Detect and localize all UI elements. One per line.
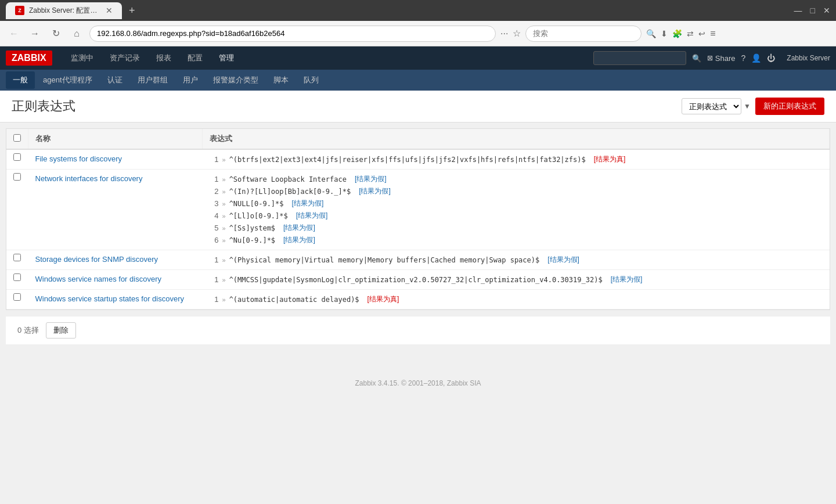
row-expression-cell: 1»^(btrfs|ext2|ext3|ext4|jfs|reiser|xfs|… xyxy=(203,149,830,170)
header-name: 名称 xyxy=(28,129,203,149)
share-button[interactable]: ⊠ Share xyxy=(707,54,736,63)
row-expression-cell: 1»^(Physical memory|Virtual memory|Memor… xyxy=(203,250,830,270)
table-footer: 0 选择 删除 xyxy=(6,316,830,344)
expression-arrow-icon: » xyxy=(222,188,226,195)
expression-code: ^Software Loopback Interface xyxy=(229,175,347,183)
table-body: File systems for discovery1»^(btrfs|ext2… xyxy=(6,149,830,309)
dropdown-chevron-icon: ▼ xyxy=(744,102,751,110)
search-input[interactable] xyxy=(525,26,642,42)
row-checkbox[interactable] xyxy=(13,254,21,261)
tab-close-icon[interactable]: ✕ xyxy=(106,6,113,15)
expression-code: ^(btrfs|ext2|ext3|ext4|jfs|reiser|xfs|ff… xyxy=(229,156,586,164)
expression-row: 1»^(btrfs|ext2|ext3|ext4|jfs|reiser|xfs|… xyxy=(210,153,823,165)
address-input[interactable] xyxy=(89,26,496,42)
user-icon[interactable]: 👤 xyxy=(751,53,761,63)
minimize-icon[interactable]: — xyxy=(794,6,802,15)
expression-arrow-icon: » xyxy=(222,225,226,232)
second-nav-item-users[interactable]: 用户 xyxy=(176,71,205,89)
expression-code: ^NULL[0-9.]*$ xyxy=(229,200,284,208)
expression-row: 5»^[Ss]ystem$[结果为假] xyxy=(210,222,823,234)
expression-number: 1 xyxy=(210,155,219,164)
menu-icon[interactable]: ≡ xyxy=(710,28,715,39)
row-expression-cell: 1»^Software Loopback Interface[结果为假]2»^(… xyxy=(203,170,830,250)
row-name-link[interactable]: Network interfaces for discovery xyxy=(35,174,143,183)
close-icon[interactable]: ✕ xyxy=(823,6,830,15)
expression-code: ^[Ll]o[0-9.]*$ xyxy=(229,212,288,220)
table-header-row: 名称 表达式 xyxy=(6,129,830,149)
expression-number: 2 xyxy=(210,187,219,196)
tab-favicon: Z xyxy=(15,6,24,15)
topnav-item-admin[interactable]: 管理 xyxy=(212,49,241,67)
bookmark-icon[interactable]: ☆ xyxy=(513,28,521,39)
more-options-icon[interactable]: ··· xyxy=(500,28,508,39)
row-name-link[interactable]: File systems for discovery xyxy=(35,154,122,163)
page-title: 正则表达式 xyxy=(12,98,75,115)
page-header: 正则表达式 正则表达式 参数类型 ▼ 新的正则表达式 xyxy=(0,91,836,123)
row-name-cell: Network interfaces for discovery xyxy=(28,170,203,250)
page-dropdown[interactable]: 正则表达式 参数类型 xyxy=(682,98,741,114)
download-icon[interactable]: ⬇ xyxy=(661,29,668,38)
second-nav-item-media[interactable]: 报警媒介类型 xyxy=(206,71,265,89)
table-row: Windows service names for discovery1»^(M… xyxy=(6,270,830,290)
second-nav-item-general[interactable]: 一般 xyxy=(6,71,35,89)
row-checkbox-cell xyxy=(6,290,28,309)
expression-number: 5 xyxy=(210,224,219,232)
expression-result: [结果为假] xyxy=(296,211,328,221)
row-name-link[interactable]: Windows service startup states for disco… xyxy=(35,294,184,303)
topnav-item-monitoring[interactable]: 监测中 xyxy=(64,49,100,67)
topnav-item-reports[interactable]: 报表 xyxy=(149,49,178,67)
expression-row: 2»^(In)?[Ll]oop[Bb]ack[0-9._]*$[结果为假] xyxy=(210,185,823,197)
expression-code: ^(In)?[Ll]oop[Bb]ack[0-9._]*$ xyxy=(229,188,351,196)
row-checkbox-cell xyxy=(6,270,28,290)
expression-number: 1 xyxy=(210,295,219,304)
second-nav-item-agent[interactable]: agent代理程序 xyxy=(36,71,99,89)
browser-tab[interactable]: Z Zabbix Server: 配置正则表达... ✕ xyxy=(6,2,122,19)
maximize-icon[interactable]: □ xyxy=(810,6,815,15)
refresh-button[interactable]: ↻ xyxy=(48,26,64,42)
second-nav-item-scripts[interactable]: 脚本 xyxy=(266,71,296,89)
second-nav-item-auth[interactable]: 认证 xyxy=(100,71,129,89)
history-icon[interactable]: ↩ xyxy=(698,29,705,38)
expression-result: [结果为真] xyxy=(594,154,626,164)
row-name-link[interactable]: Storage devices for SNMP discovery xyxy=(35,255,158,264)
forward-button[interactable]: → xyxy=(27,26,43,42)
select-all-checkbox[interactable] xyxy=(13,134,21,142)
back-button[interactable]: ← xyxy=(6,26,22,42)
power-icon[interactable]: ⏻ xyxy=(767,53,775,63)
table-row: File systems for discovery1»^(btrfs|ext2… xyxy=(6,149,830,170)
new-tab-button[interactable]: + xyxy=(127,2,138,19)
translate-icon[interactable]: ⇄ xyxy=(687,29,694,38)
row-checkbox[interactable] xyxy=(13,293,21,301)
help-icon[interactable]: ? xyxy=(741,53,746,63)
row-checkbox[interactable] xyxy=(13,153,21,161)
delete-button[interactable]: 删除 xyxy=(46,322,76,339)
window-controls: — □ ✕ xyxy=(794,6,830,15)
home-button[interactable]: ⌂ xyxy=(69,26,85,42)
top-navigation: ZABBIX 监测中 资产记录 报表 配置 管理 🔍 ⊠ Share ? 👤 ⏻… xyxy=(0,46,836,70)
extensions-icon[interactable]: 🧩 xyxy=(672,29,682,38)
header-checkbox-col xyxy=(6,129,28,149)
new-regex-button[interactable]: 新的正则表达式 xyxy=(755,98,824,115)
expression-arrow-icon: » xyxy=(222,276,226,283)
expression-code: ^Nu[0-9.]*$ xyxy=(229,236,275,244)
row-expression-cell: 1»^(automatic|automatic delayed)$[结果为真] xyxy=(203,290,830,309)
expression-arrow-icon: » xyxy=(222,156,226,163)
topnav-item-assets[interactable]: 资产记录 xyxy=(103,49,147,67)
expression-row: 1»^Software Loopback Interface[结果为假] xyxy=(210,173,823,185)
expression-row: 1»^(automatic|automatic delayed)$[结果为真] xyxy=(210,293,823,305)
second-nav-item-queue[interactable]: 队列 xyxy=(297,71,326,89)
selected-count: 0 选择 xyxy=(17,325,39,336)
row-checkbox[interactable] xyxy=(13,173,21,181)
expression-code: ^[Ss]ystem$ xyxy=(229,224,275,232)
expression-arrow-icon: » xyxy=(222,296,226,303)
expression-number: 1 xyxy=(210,275,219,284)
topnav-search-input[interactable] xyxy=(593,51,686,65)
expression-row: 4»^[Ll]o[0-9.]*$[结果为假] xyxy=(210,210,823,222)
row-name-link[interactable]: Windows service names for discovery xyxy=(35,275,161,283)
row-name-cell: Windows service names for discovery xyxy=(28,270,203,290)
row-checkbox[interactable] xyxy=(13,273,21,281)
topnav-item-config[interactable]: 配置 xyxy=(181,49,210,67)
expression-code: ^(Physical memory|Virtual memory|Memory … xyxy=(229,256,540,264)
second-nav-item-usergroups[interactable]: 用户群组 xyxy=(131,71,175,89)
page-header-controls: 正则表达式 参数类型 ▼ 新的正则表达式 xyxy=(682,98,824,115)
